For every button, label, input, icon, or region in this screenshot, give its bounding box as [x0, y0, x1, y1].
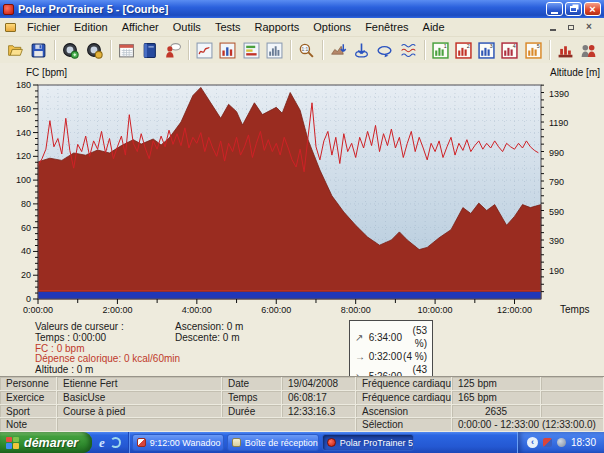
restore-icon	[570, 6, 577, 12]
menu-outils[interactable]: Outils	[166, 19, 208, 35]
calendar-view-button[interactable]	[115, 38, 138, 62]
toolbar-separator	[290, 40, 291, 60]
compare-athletes-button[interactable]	[577, 38, 600, 62]
cursor-value-line: Descente: 0 m	[175, 333, 243, 344]
svg-text:Temps: Temps	[560, 304, 589, 315]
export-chart-button[interactable]	[327, 38, 350, 62]
tray-status-icon[interactable]	[557, 438, 566, 447]
open-file-button[interactable]	[4, 38, 27, 62]
report-3-button[interactable]: 3	[475, 38, 498, 62]
ranking-button[interactable]	[554, 38, 577, 62]
svg-text:FC [bpm]: FC [bpm]	[26, 67, 67, 78]
download-data-button[interactable]	[350, 38, 373, 62]
svg-text:5: 5	[536, 43, 539, 49]
svg-text:790: 790	[549, 177, 564, 187]
menu-rapports[interactable]: Rapports	[248, 19, 307, 35]
diary-view-button[interactable]	[138, 38, 161, 62]
menu-options[interactable]: Options	[306, 19, 358, 35]
taskbar-task-9-12-00-wanadoo[interactable]: 9:12:00 Wanadoo	[132, 434, 224, 451]
report-5-button[interactable]: 5	[521, 38, 544, 62]
dist-icon	[266, 42, 283, 59]
podium-icon	[557, 42, 574, 59]
menu-tests[interactable]: Tests	[208, 19, 248, 35]
tray-clock: 18:30	[571, 437, 596, 448]
child-minimize-button[interactable]	[547, 22, 559, 33]
menu-fenetres[interactable]: Fenêtres	[358, 19, 415, 35]
curve-view-button[interactable]	[193, 38, 216, 62]
menu-aide[interactable]: Aide	[416, 19, 452, 35]
r1-icon: 1	[432, 42, 449, 59]
child-window-icon	[5, 23, 16, 32]
note-value	[57, 418, 356, 432]
taskbar: démarrer e 9:12:00 WanadooBoîte de récep…	[0, 432, 604, 453]
task-icon	[327, 438, 336, 447]
tray-app-icon[interactable]	[543, 438, 552, 447]
svg-text:590: 590	[549, 207, 564, 217]
menu-afficher[interactable]: Afficher	[115, 19, 166, 35]
report-1-button[interactable]: 1	[429, 38, 452, 62]
tray-chevron-icon[interactable]: ‹	[527, 437, 538, 448]
slope-legend-row: →0:32:00(4 %)	[355, 350, 427, 363]
exercise-info-table: PersonneEtienne FertDate19/04/2008Fréque…	[0, 376, 604, 431]
toolbar-separator	[424, 40, 425, 60]
athlete-info-button[interactable]	[161, 38, 184, 62]
zones-view-button[interactable]	[240, 38, 263, 62]
row-label: Fréquence cardiaque	[356, 377, 452, 391]
distribution-view-button[interactable]	[263, 38, 286, 62]
row-value: 06:08:17	[282, 391, 356, 405]
svg-text:180: 180	[16, 80, 31, 90]
bar-chart-view-button[interactable]	[216, 38, 239, 62]
internet-explorer-icon[interactable]: e	[99, 436, 105, 449]
child-restore-button[interactable]	[565, 22, 577, 33]
menu-fichier[interactable]: Fichier	[20, 19, 67, 35]
row-value: 19/04/2008	[282, 377, 356, 391]
restore-button[interactable]	[565, 2, 582, 16]
browser-swoosh-icon[interactable]	[110, 437, 121, 448]
start-button[interactable]: démarrer	[0, 432, 92, 453]
task-icon	[137, 438, 146, 447]
row-label: Date	[222, 377, 282, 391]
row-value: 125 bpm	[452, 377, 541, 391]
compare-icon	[580, 42, 597, 59]
close-icon: ×	[589, 4, 595, 15]
watchsync-icon	[62, 42, 79, 59]
transfer-watch-button[interactable]	[59, 38, 82, 62]
ascent-descent-panel: Ascension: 0 mDescente: 0 m	[175, 322, 243, 344]
chart-plot[interactable]	[38, 85, 541, 299]
child-close-button[interactable]: ×	[583, 22, 595, 33]
close-button[interactable]: ×	[584, 2, 601, 16]
client-area: 0204060801001201401601801903905907909901…	[0, 63, 604, 431]
minimize-button[interactable]	[546, 2, 563, 16]
row-value: 2635	[452, 405, 541, 419]
watchkey-icon	[86, 42, 103, 59]
taskbar-task-boite-de-reception-[interactable]: Boîte de réception - ...	[227, 434, 319, 451]
svg-text:160: 160	[16, 104, 31, 114]
curve-icon	[196, 42, 213, 59]
svg-text:120: 120	[16, 151, 31, 161]
svg-text:12:00:00: 12:00:00	[497, 305, 532, 315]
svg-text:Altitude [m]: Altitude [m]	[550, 67, 600, 78]
report-4-button[interactable]: 4	[498, 38, 521, 62]
lap-repeat-button[interactable]	[373, 38, 396, 62]
slope-arrow-icon: ↗	[355, 331, 366, 344]
svg-text:100: 100	[16, 175, 31, 185]
row-value: Etienne Fert	[57, 377, 222, 391]
toolbar: 1:112345	[0, 37, 604, 63]
report-2-button[interactable]: 2	[452, 38, 475, 62]
r3-icon: 3	[478, 42, 495, 59]
zoom-actual-button[interactable]: 1:1	[295, 38, 318, 62]
svg-text:20: 20	[21, 270, 31, 280]
watch-settings-button[interactable]	[83, 38, 106, 62]
taskbar-task-polar-protrainer-5-[interactable]: Polar ProTrainer 5 - [...	[322, 434, 414, 451]
menubar: FichierEditionAfficherOutilsTestsRapport…	[0, 18, 604, 37]
selection-value: 0:00:00 - 12:33:00 (12:33:00.0)	[452, 418, 604, 432]
child-close-icon: ×	[586, 22, 592, 32]
save-button[interactable]	[27, 38, 50, 62]
r2-icon: 2	[455, 42, 472, 59]
r5-icon: 5	[525, 42, 542, 59]
cursor-value-line: Temps : 0:00:00	[35, 333, 180, 344]
multi-curve-button[interactable]	[397, 38, 420, 62]
menu-edition[interactable]: Edition	[67, 19, 115, 35]
slope-arrow-icon: →	[355, 350, 366, 363]
slope-legend-row: ↗6:34:00(53 %)	[355, 324, 427, 350]
